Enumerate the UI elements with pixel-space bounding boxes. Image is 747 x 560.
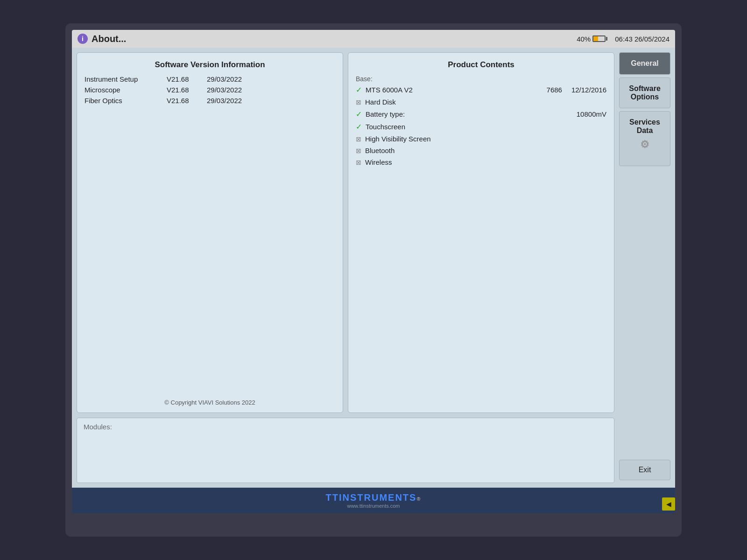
product-row: ⊠ High Visibility Screen — [356, 135, 606, 143]
product-item-name: High Visibility Screen — [365, 135, 606, 143]
version-number: V21.68 — [167, 86, 199, 94]
brand-name: TTINSTRUMENTS® — [77, 492, 670, 503]
software-version-title: Software Version Information — [85, 60, 335, 70]
device-frame: i About... 40% 06:43 26/05/2024 Software… — [65, 23, 682, 537]
product-row-base: ✓ MTS 6000A V2 7686 12/12/2016 — [356, 85, 606, 94]
version-name: Fiber Optics — [85, 97, 159, 105]
info-icon: i — [78, 34, 88, 44]
sidebar-services-data-button[interactable]: Services Data ⚙ — [619, 111, 670, 166]
product-row: ⊠ Wireless — [356, 158, 606, 166]
cross-icon: ⊠ — [356, 159, 361, 166]
table-row: Microscope V21.68 29/03/2022 — [85, 86, 335, 94]
version-name: Microscope — [85, 86, 159, 94]
product-row: ⊠ Hard Disk — [356, 98, 606, 106]
version-table: Instrument Setup V21.68 29/03/2022 Micro… — [85, 75, 335, 107]
sidebar: General Software Options Services Data ⚙ — [619, 52, 670, 413]
cross-icon: ⊠ — [356, 147, 361, 154]
bottom-row: Modules: Exit — [77, 418, 670, 483]
battery-percent: 40% — [577, 35, 591, 43]
software-version-panel: Software Version Information Instrument … — [77, 52, 343, 413]
table-row: Instrument Setup V21.68 29/03/2022 — [85, 75, 335, 83]
version-name: Instrument Setup — [85, 75, 159, 83]
version-number: V21.68 — [167, 97, 199, 105]
product-item-name: Hard Disk — [365, 98, 606, 106]
product-row-bluetooth: ⊠ Bluetooth — [356, 147, 606, 154]
base-product-date: 12/12/2016 — [571, 86, 606, 94]
modules-label: Modules: — [84, 423, 112, 431]
exit-button[interactable]: Exit — [619, 460, 670, 480]
arrow-button[interactable]: ◀ — [662, 497, 675, 511]
battery-icon — [592, 35, 607, 42]
status-bar: i About... 40% 06:43 26/05/2024 — [72, 30, 675, 48]
battery-value: 10800mV — [577, 110, 606, 118]
check-icon: ✓ — [356, 85, 362, 94]
check-icon: ✓ — [356, 110, 362, 119]
table-row: Fiber Optics V21.68 29/03/2022 — [85, 97, 335, 105]
product-contents-title: Product Contents — [356, 60, 606, 70]
base-product-name: MTS 6000A V2 — [366, 86, 537, 94]
settings-icon: ⚙ — [623, 139, 666, 151]
version-date: 29/03/2022 — [207, 97, 335, 105]
brand-instruments: INSTRUMENTS — [339, 492, 416, 503]
product-item-name: Wireless — [365, 158, 606, 166]
version-date: 29/03/2022 — [207, 86, 335, 94]
bottom-bar: TTINSTRUMENTS® www.ttinstruments.com — [72, 488, 675, 513]
version-date: 29/03/2022 — [207, 75, 335, 83]
bottom-sidebar: Exit — [619, 418, 670, 483]
brand-url: www.ttinstruments.com — [77, 503, 670, 509]
check-icon: ✓ — [356, 122, 362, 131]
product-item-name: Touchscreen — [366, 123, 606, 131]
version-number: V21.68 — [167, 75, 199, 83]
battery-indicator: 40% — [577, 35, 607, 43]
product-item-bluetooth: Bluetooth — [365, 147, 606, 154]
product-row: ✓ Battery type: 10800mV — [356, 110, 606, 119]
modules-panel: Modules: — [77, 418, 614, 483]
product-row: ✓ Touchscreen — [356, 122, 606, 131]
product-item-name: Battery type: — [366, 110, 573, 118]
sidebar-software-options-button[interactable]: Software Options — [619, 77, 670, 108]
status-left: i About... — [78, 34, 126, 44]
cross-icon: ⊠ — [356, 98, 361, 106]
about-title: About... — [92, 34, 126, 44]
brand-tt: TT — [326, 492, 339, 503]
base-label: Base: — [356, 75, 606, 83]
copyright: © Copyright VIAVI Solutions 2022 — [77, 399, 343, 406]
datetime: 06:43 26/05/2024 — [615, 35, 669, 43]
product-contents-panel: Product Contents Base: ✓ MTS 6000A V2 76… — [348, 52, 614, 413]
content-row: Software Version Information Instrument … — [77, 52, 670, 413]
cross-icon: ⊠ — [356, 135, 361, 143]
sidebar-general-button[interactable]: General — [619, 52, 670, 75]
base-product-id: 7686 — [547, 86, 562, 94]
main-content: Software Version Information Instrument … — [72, 48, 675, 488]
